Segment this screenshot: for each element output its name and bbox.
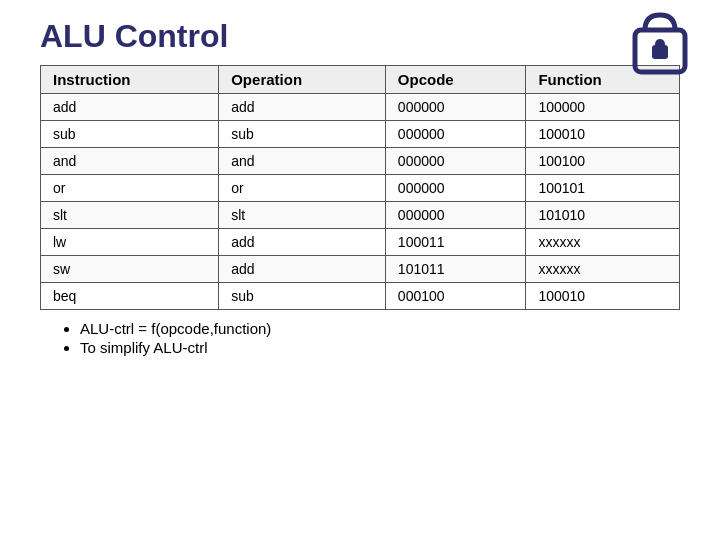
table-cell: xxxxxx xyxy=(526,229,680,256)
table-cell: sw xyxy=(41,256,219,283)
table-cell: sub xyxy=(219,283,386,310)
table-cell: add xyxy=(219,256,386,283)
table-cell: 000000 xyxy=(385,94,526,121)
table-row: andand000000100100 xyxy=(41,148,680,175)
table-cell: 000000 xyxy=(385,175,526,202)
table-cell: 100010 xyxy=(526,121,680,148)
table-row: oror000000100101 xyxy=(41,175,680,202)
table-row: addadd000000100000 xyxy=(41,94,680,121)
table-cell: 100010 xyxy=(526,283,680,310)
table-cell: 000100 xyxy=(385,283,526,310)
table-row: swadd101011xxxxxx xyxy=(41,256,680,283)
table-cell: 100101 xyxy=(526,175,680,202)
table-cell: 100100 xyxy=(526,148,680,175)
table-cell: slt xyxy=(41,202,219,229)
table-cell: 000000 xyxy=(385,202,526,229)
table-cell: 101011 xyxy=(385,256,526,283)
table-cell: add xyxy=(219,229,386,256)
table-cell: and xyxy=(41,148,219,175)
table-cell: or xyxy=(41,175,219,202)
col-header-instruction: Instruction xyxy=(41,66,219,94)
table-row: subsub000000100010 xyxy=(41,121,680,148)
bullet-item-2: To simplify ALU-ctrl xyxy=(80,339,680,356)
table-row: lwadd100011xxxxxx xyxy=(41,229,680,256)
table-cell: 000000 xyxy=(385,121,526,148)
table-cell: lw xyxy=(41,229,219,256)
page-title: ALU Control xyxy=(0,0,720,65)
table-cell: add xyxy=(219,94,386,121)
table-cell: add xyxy=(41,94,219,121)
svg-point-2 xyxy=(655,39,665,49)
table-row: sltslt000000101010 xyxy=(41,202,680,229)
table-cell: sub xyxy=(41,121,219,148)
bullet-list: ALU-ctrl = f(opcode,function) To simplif… xyxy=(40,320,680,356)
logo-container xyxy=(630,10,690,80)
col-header-operation: Operation xyxy=(219,66,386,94)
col-header-opcode: Opcode xyxy=(385,66,526,94)
table-cell: sub xyxy=(219,121,386,148)
table-cell: 100000 xyxy=(526,94,680,121)
table-cell: and xyxy=(219,148,386,175)
main-content: Instruction Operation Opcode Function ad… xyxy=(0,65,720,356)
table-cell: or xyxy=(219,175,386,202)
table-cell: beq xyxy=(41,283,219,310)
table-cell: 101010 xyxy=(526,202,680,229)
table-row: beqsub000100100010 xyxy=(41,283,680,310)
alu-control-table: Instruction Operation Opcode Function ad… xyxy=(40,65,680,310)
table-cell: slt xyxy=(219,202,386,229)
table-cell: 000000 xyxy=(385,148,526,175)
table-cell: xxxxxx xyxy=(526,256,680,283)
bullet-item-1: ALU-ctrl = f(opcode,function) xyxy=(80,320,680,337)
table-cell: 100011 xyxy=(385,229,526,256)
